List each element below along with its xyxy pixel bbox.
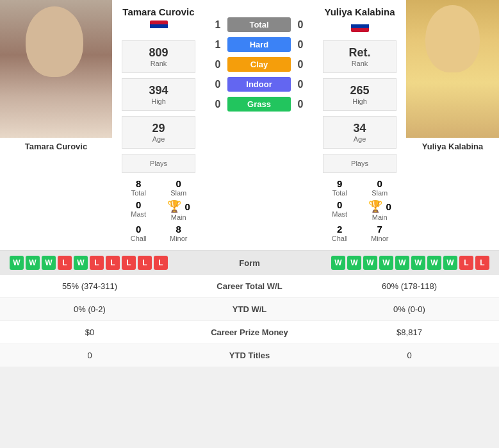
left-age-value: 29: [125, 122, 192, 135]
bottom-stats-container: 55% (374-311) Career Total W/L 60% (178-…: [0, 275, 499, 367]
bottom-section: WWWLWLLLLL Form WWWWWWWWLL 55% (374-311)…: [0, 250, 499, 367]
left-mast-cell: 0 Mast: [120, 199, 158, 221]
right-slam-label: Slam: [361, 189, 399, 197]
right-player-name-top: Yuliya Kalabina: [324, 6, 395, 18]
right-trophy-main-cell: 🏆 0 Main: [361, 199, 399, 221]
left-chall-cell: 0 Chall: [120, 224, 158, 242]
left-total-value: 8: [120, 178, 158, 189]
right-high-label: High: [326, 97, 393, 105]
left-form-badge-0: W: [10, 256, 24, 270]
right-slam-value: 0: [361, 178, 399, 189]
player-comparison: Tamara Curovic Tamara Curovic 809 Rank 3…: [0, 0, 499, 245]
right-age-label: Age: [326, 135, 393, 143]
left-form-badge-1: W: [26, 256, 40, 270]
form-row: WWWLWLLLLL Form WWWWWWWWLL: [0, 251, 499, 275]
stats-right-1: 0% (0-0): [329, 304, 489, 314]
right-mast-label: Mast: [321, 210, 359, 218]
left-high-label: High: [125, 97, 192, 105]
left-minor-label: Minor: [160, 235, 198, 242]
right-hard-score: 0: [294, 39, 307, 51]
right-total-value: 9: [321, 178, 359, 189]
left-form-badge-9: L: [154, 256, 168, 270]
right-chall-value: 2: [321, 224, 359, 235]
right-form-badge-9: L: [475, 256, 489, 270]
right-grass-score: 0: [294, 99, 307, 110]
right-form-badge-3: W: [379, 256, 393, 270]
right-flag-row: [318, 21, 401, 35]
left-plays-label: Plays: [125, 160, 192, 167]
score-rows: 1 Total 0 1 Hard 0 0 Clay 0: [206, 15, 312, 115]
hard-row: 1 Hard 0: [206, 35, 312, 54]
right-chall-label: Chall: [321, 235, 359, 242]
right-high-value: 265: [326, 84, 393, 97]
main-container: Tamara Curovic Tamara Curovic 809 Rank 3…: [0, 0, 499, 367]
left-player-name-below: Tamara Curovic: [0, 138, 112, 155]
hard-badge: Hard: [227, 37, 291, 52]
left-info-col: Tamara Curovic 809 Rank 394 High 29 Age: [112, 0, 205, 245]
right-form-badge-0: W: [331, 256, 345, 270]
right-rank-box: Ret. Rank: [323, 40, 397, 73]
left-total-label: Total: [120, 189, 158, 197]
stats-right-3: 0: [329, 351, 489, 360]
left-main-label: Main: [160, 213, 198, 221]
left-total-cell: 8 Total: [120, 178, 158, 197]
left-slam-cell: 0 Slam: [160, 178, 198, 197]
left-flag-icon: [150, 21, 168, 32]
left-trophy-main-cell: 🏆 0 Main: [160, 199, 198, 221]
right-form-badge-5: W: [411, 256, 425, 270]
left-form-badge-4: W: [74, 256, 88, 270]
right-high-box: 265 High: [323, 78, 397, 111]
left-form-badge-7: L: [122, 256, 136, 270]
stats-left-0: 55% (374-311): [10, 281, 170, 291]
left-form-badge-2: W: [42, 256, 56, 270]
right-mast-cell: 0 Mast: [321, 199, 359, 221]
left-age-box: 29 Age: [122, 116, 195, 149]
right-minor-cell: 7 Minor: [361, 224, 399, 242]
left-slam-label: Slam: [160, 189, 198, 197]
right-mast-value: 0: [321, 199, 359, 210]
left-main-value: 0: [184, 201, 190, 212]
right-slam-cell: 0 Slam: [361, 178, 399, 197]
left-minor-cell: 8 Minor: [160, 224, 198, 242]
left-form-badge-6: L: [106, 256, 120, 270]
right-form-badge-7: W: [443, 256, 457, 270]
left-rank-value: 809: [125, 46, 192, 60]
form-label: Form: [224, 258, 275, 268]
right-trophy-icon: 🏆: [368, 200, 382, 213]
left-form-badge-8: L: [138, 256, 152, 270]
right-total-score: 0: [294, 19, 307, 31]
right-form-badge-6: W: [427, 256, 441, 270]
right-rank-value: Ret.: [326, 46, 393, 60]
right-player-name-below: Yuliya Kalabina: [406, 138, 499, 155]
left-slam-value: 0: [160, 178, 198, 189]
left-hard-score: 1: [211, 39, 224, 51]
left-age-label: Age: [125, 135, 192, 143]
left-high-value: 394: [125, 84, 192, 97]
right-form-badge-8: L: [459, 256, 473, 270]
right-total-label: Total: [321, 189, 359, 197]
right-form-badge-4: W: [395, 256, 409, 270]
right-form-badges: WWWWWWWWLL: [331, 256, 489, 270]
right-stats-grid: 9 Total 0 Slam 0 Mast 🏆 0 Main 2: [318, 178, 401, 242]
total-badge: Total: [227, 17, 291, 32]
left-chall-value: 0: [120, 224, 158, 235]
right-main-value: 0: [386, 201, 391, 212]
indoor-row: 0 Indoor 0: [206, 75, 312, 94]
stats-row-2: $0 Career Prize Money $8,817: [0, 321, 499, 344]
left-form-badge-5: L: [90, 256, 104, 270]
center-col: 1 Total 0 1 Hard 0 0 Clay 0: [205, 0, 313, 245]
left-rank-label: Rank: [125, 60, 192, 67]
stats-row-3: 0 YTD Titles 0: [0, 344, 499, 367]
right-clay-score: 0: [294, 59, 307, 71]
grass-badge: Grass: [227, 97, 291, 112]
indoor-badge: Indoor: [227, 77, 291, 92]
right-form-badge-2: W: [363, 256, 377, 270]
left-form-badge-3: L: [58, 256, 72, 270]
left-high-box: 394 High: [122, 78, 195, 111]
right-player-photo-col: Yuliya Kalabina: [406, 0, 499, 245]
right-form-badge-1: W: [347, 256, 361, 270]
stats-label-3: YTD Titles: [170, 351, 329, 360]
left-form-badges: WWWLWLLLLL: [10, 256, 168, 270]
right-total-cell: 9 Total: [321, 178, 359, 197]
left-stats-grid: 8 Total 0 Slam 0 Mast 🏆 0 Main 0: [117, 178, 200, 242]
